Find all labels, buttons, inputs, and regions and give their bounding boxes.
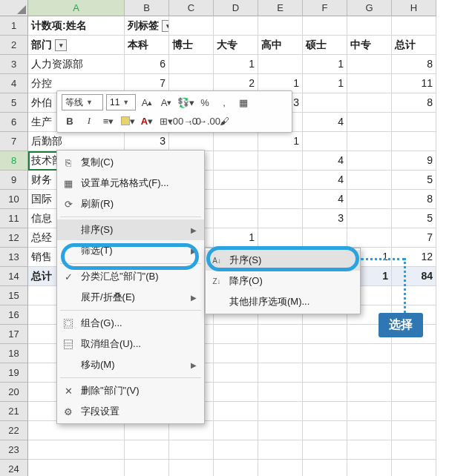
font-size-selector[interactable]: 11 ▼	[106, 94, 136, 110]
data-cell[interactable]	[347, 93, 392, 113]
cell[interactable]	[303, 440, 347, 460]
data-cell[interactable]	[214, 190, 258, 209]
cell[interactable]	[258, 16, 303, 36]
cell[interactable]	[258, 440, 303, 460]
cell[interactable]	[347, 421, 392, 440]
italic-button[interactable]: I	[81, 113, 97, 129]
cell[interactable]	[169, 440, 214, 460]
pivot-col-本科[interactable]: 本科	[125, 36, 169, 55]
borders-button[interactable]: ▦	[235, 94, 252, 110]
row-header-8[interactable]: 8	[0, 151, 28, 171]
data-cell[interactable]: 1	[214, 55, 258, 74]
pivot-col-博士[interactable]: 博士	[169, 36, 214, 55]
cell[interactable]	[214, 402, 258, 421]
cell[interactable]	[392, 286, 436, 305]
menu-item[interactable]: ⿴组合(G)...	[57, 313, 204, 334]
cell[interactable]	[303, 325, 347, 344]
data-cell[interactable]	[347, 228, 392, 248]
increase-decimal-button[interactable]: .0→.00	[197, 113, 213, 129]
data-cell[interactable]: 12	[392, 248, 436, 267]
accounting-format-button[interactable]: 💱▾	[177, 94, 194, 110]
data-cell[interactable]: 1	[214, 228, 258, 248]
percent-format-button[interactable]: %	[197, 94, 213, 110]
data-cell[interactable]	[214, 209, 258, 228]
row-header-12[interactable]: 12	[0, 228, 28, 248]
menu-item[interactable]: ⿳取消组合(U)...	[57, 334, 204, 354]
cell[interactable]	[169, 16, 214, 36]
pivot-row-label[interactable]: 人力资源部	[28, 55, 125, 74]
data-cell[interactable]	[258, 151, 303, 171]
increase-font-button[interactable]: A▴	[139, 94, 155, 110]
row-header-5[interactable]: 5	[0, 93, 28, 113]
row-header-14[interactable]: 14	[0, 267, 28, 286]
data-cell[interactable]	[392, 113, 436, 132]
submenu-item[interactable]: Z↓降序(O)	[206, 271, 360, 291]
data-cell[interactable]	[214, 151, 258, 171]
cell[interactable]	[214, 383, 258, 402]
pivot-col-总计[interactable]: 总计	[392, 36, 436, 55]
pivot-col-大专[interactable]: 大专	[214, 36, 258, 55]
data-cell[interactable]: 3	[125, 132, 169, 151]
cell[interactable]	[258, 344, 303, 363]
pivot-col-中专[interactable]: 中专	[347, 36, 392, 55]
cell[interactable]	[214, 344, 258, 363]
row-header-18[interactable]: 18	[0, 344, 28, 363]
cell[interactable]	[347, 16, 392, 36]
menu-item[interactable]: 筛选(T)▶	[57, 240, 204, 261]
filter-dropdown-icon[interactable]: ▾	[162, 20, 169, 32]
row-header-22[interactable]: 22	[0, 421, 28, 440]
cell[interactable]	[303, 16, 347, 36]
cell[interactable]	[347, 460, 392, 476]
row-header-9[interactable]: 9	[0, 171, 28, 190]
column-header-F[interactable]: F	[303, 0, 347, 16]
cell[interactable]	[347, 383, 392, 402]
cell[interactable]	[214, 460, 258, 476]
cell[interactable]	[392, 460, 436, 476]
cell[interactable]	[392, 402, 436, 421]
row-header-23[interactable]: 23	[0, 440, 28, 460]
row-header-21[interactable]: 21	[0, 402, 28, 421]
data-cell[interactable]	[347, 209, 392, 228]
cell[interactable]	[303, 460, 347, 476]
row-header-20[interactable]: 20	[0, 383, 28, 402]
row-header-19[interactable]: 19	[0, 363, 28, 383]
cell[interactable]	[303, 344, 347, 363]
data-cell[interactable]	[347, 55, 392, 74]
cell[interactable]	[125, 460, 169, 476]
data-cell[interactable]	[169, 55, 214, 74]
data-cell[interactable]	[258, 209, 303, 228]
data-cell[interactable]	[347, 113, 392, 132]
column-header-D[interactable]: D	[214, 0, 258, 16]
data-cell[interactable]	[347, 171, 392, 190]
data-cell[interactable]: 9	[392, 151, 436, 171]
data-cell[interactable]	[214, 132, 258, 151]
data-cell[interactable]: 6	[125, 55, 169, 74]
format-painter-button[interactable]: 🖌	[216, 113, 232, 129]
cell[interactable]	[258, 363, 303, 383]
cell[interactable]	[392, 440, 436, 460]
data-cell[interactable]	[258, 55, 303, 74]
data-cell[interactable]: 1	[303, 55, 347, 74]
data-cell[interactable]: 1	[258, 132, 303, 151]
select-all-corner[interactable]	[0, 0, 28, 16]
cell[interactable]	[28, 440, 125, 460]
menu-item[interactable]: ✕删除"部门"(V)	[57, 380, 204, 401]
decrease-font-button[interactable]: A▾	[158, 94, 174, 110]
data-cell[interactable]	[169, 132, 214, 151]
cell[interactable]	[347, 363, 392, 383]
data-cell[interactable]	[392, 132, 436, 151]
cell[interactable]	[392, 363, 436, 383]
cell[interactable]	[214, 325, 258, 344]
row-header-7[interactable]: 7	[0, 132, 28, 151]
column-header-H[interactable]: H	[392, 0, 436, 16]
cell[interactable]	[303, 421, 347, 440]
cell[interactable]	[347, 402, 392, 421]
row-header-24[interactable]: 24	[0, 460, 28, 476]
data-cell[interactable]: 8	[392, 190, 436, 209]
cell[interactable]	[258, 460, 303, 476]
menu-item[interactable]: ▦设置单元格格式(F)...	[57, 173, 204, 194]
data-cell[interactable]	[258, 171, 303, 190]
data-cell[interactable]	[303, 93, 347, 113]
comma-format-button[interactable]: ,	[216, 94, 232, 110]
pivot-row-field[interactable]: 部门▾	[28, 36, 125, 55]
